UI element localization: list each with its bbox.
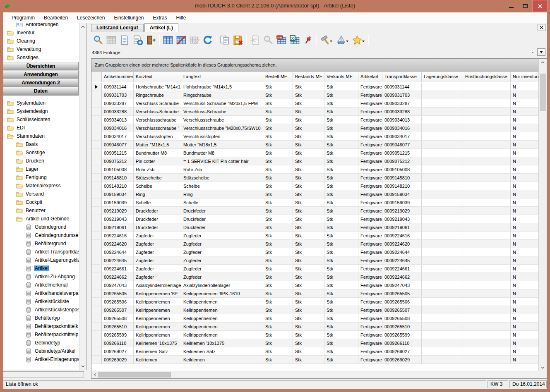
list-dropdown-button[interactable]: [537, 48, 545, 56]
tree-item-materialexpress[interactable]: Materialexpress: [3, 182, 79, 190]
tree-item-stammdaten[interactable]: Stammdaten: [3, 132, 79, 140]
tree-item-artikelstücklistenpos[interactable]: Artikelstücklistenpos: [3, 306, 79, 314]
table-row[interactable]: 009224662ZugfederZugfederStkStkStkFertig…: [91, 273, 538, 281]
tree-item-behälterpackmittelk[interactable]: Behälterpackmittelk: [3, 322, 79, 330]
table-row[interactable]: 009219061DruckfederDruckfederStkStkStkFe…: [91, 223, 538, 232]
favorites-button[interactable]: [351, 34, 363, 46]
tree-item-behältergrund[interactable]: Behältergrund: [3, 239, 79, 248]
table-row[interactable]: 009265599KeilrippenriemenKeilrippenrieme…: [91, 331, 538, 339]
vertical-scrollbar[interactable]: [538, 59, 547, 371]
tree-item-gebindegrundumsetz[interactable]: Gebindegrundumsetz: [3, 231, 79, 239]
grouping-bar[interactable]: Zum Gruppieren einen oder mehrere Spalte…: [91, 59, 538, 72]
table-row[interactable]: 009159039SchelleSchelleStkStkStkFertigwa…: [91, 198, 538, 207]
tree-item-gebindegrund[interactable]: Gebindegrund: [3, 223, 79, 231]
table-row[interactable]: 009075212Pin cotter= 1 SERVICE KIT Pin c…: [91, 157, 538, 165]
tree-item-benutzer[interactable]: Benutzer: [3, 206, 79, 215]
tree-item-basis[interactable]: Basis: [3, 140, 79, 148]
tab-artikel-l[interactable]: Artikel (L): [144, 23, 178, 32]
table-row[interactable]: 009265507KeilrippenriemenKeilrippenrieme…: [91, 306, 538, 314]
tree-item-artikel-zu-abgang[interactable]: Artikel-Zu-Abgang: [3, 272, 79, 281]
tree-item-behälterpackmittelp[interactable]: Behälterpackmittelp: [3, 330, 79, 339]
sidebar-section-übersichten[interactable]: Übersichten: [3, 62, 79, 71]
menu-lesezeichen[interactable]: Lesezeichen: [72, 13, 109, 23]
tree-item-artikelstückliste[interactable]: Artikelstückliste: [3, 297, 79, 306]
tree-item-edi[interactable]: EDI: [3, 124, 79, 132]
table-row[interactable]: 009265510KeilrippenriemenKeilrippenrieme…: [91, 323, 538, 331]
sidebar-section-anwendungen-2[interactable]: Anwendungen 2: [3, 79, 79, 87]
copy-button[interactable]: [219, 34, 231, 46]
sidebar-scrollbar[interactable]: [79, 23, 86, 370]
tab-leitstand-leergut[interactable]: Leitstand Leergut: [91, 24, 144, 32]
column-header-verkaufs-me[interactable]: Verkaufs-ME: [324, 72, 358, 82]
table-row[interactable]: 009034013VerschlussschraubeVerschlusssch…: [91, 116, 538, 124]
table-row[interactable]: 009265506KeilrippenriemenKeilrippenrieme…: [91, 298, 538, 306]
scroll-up-icon[interactable]: [539, 59, 547, 66]
scroll-down-icon[interactable]: [539, 364, 547, 371]
scroll-left-icon[interactable]: [91, 371, 98, 378]
open-entry-button[interactable]: [145, 34, 157, 46]
column-header-bestands-me[interactable]: Bestands-ME: [293, 72, 324, 82]
menu-extras[interactable]: Extras: [149, 13, 172, 23]
tree-item-systemdesign[interactable]: Systemdesign: [3, 107, 79, 115]
table-row[interactable]: 009033288Verschluss-SchraubeVerschluss-S…: [91, 108, 538, 116]
table-row[interactable]: 009269029KeilriemenKeilriemenStkStkStkFe…: [91, 356, 538, 364]
tree-item-gebindetyp-artikel[interactable]: Gebindetyp/Artikel: [3, 347, 79, 355]
sidebar-section-daten[interactable]: Daten: [3, 87, 79, 96]
export-html-button[interactable]: HTML: [275, 34, 288, 46]
tree-item-anforderungen[interactable]: Anforderungen: [3, 23, 79, 29]
column-header-artikelnummer[interactable]: Artikelnummer: [102, 72, 134, 82]
maximize-button[interactable]: [518, 0, 532, 12]
tree-item-artikel[interactable]: Artikel: [3, 264, 79, 272]
column-header-kurztext[interactable]: Kurztext: [134, 72, 181, 82]
table-row[interactable]: 009265508KeilrippenriemenKeilrippenrieme…: [91, 314, 538, 323]
tree-item-artikel-und-gebinde[interactable]: Artikel und Gebinde: [3, 215, 79, 223]
tree-item-clearing[interactable]: Clearing: [3, 37, 79, 45]
table-row[interactable]: 009105008Rohr ZsbRohr ZsbStkStkStkFertig…: [91, 165, 538, 174]
tree-item-cockpit[interactable]: Cockpit: [3, 198, 79, 206]
export-excel-button[interactable]: X: [288, 34, 301, 46]
table-row[interactable]: 009148210ScheibeScheibeStkStkStkFertigwa…: [91, 182, 538, 190]
table-row[interactable]: 009224645ZugfederZugfederStkStkStkFertig…: [91, 256, 538, 265]
table-view-button[interactable]: [162, 34, 174, 46]
menu-einstellungen[interactable]: Einstellungen: [109, 13, 148, 23]
save-delete-button[interactable]: [232, 34, 244, 46]
tree-item-gebindetyp[interactable]: Gebindetyp: [3, 339, 79, 347]
table-delete-button[interactable]: [175, 34, 187, 46]
tree-item-sonstiges[interactable]: Sonstiges: [3, 53, 79, 62]
column-header-nur-inventurre[interactable]: Nur inventurre: [511, 72, 538, 82]
table-row[interactable]: 009145810StützscheibeStützscheibeStkStkS…: [91, 174, 538, 182]
tree-item-artikelmerkmal[interactable]: Artikelmerkmal: [3, 281, 79, 289]
menu-bearbeiten[interactable]: Bearbeiten: [39, 13, 72, 23]
table-row[interactable]: 009224661ZugfederZugfederStkStkStkFertig…: [91, 265, 538, 273]
table-row[interactable]: 009224644ZugfederZugfederStkStkStkFertig…: [91, 248, 538, 256]
search-button[interactable]: [92, 34, 104, 46]
tree-item-lager[interactable]: Lager: [3, 165, 79, 173]
tree-item-artikel-lagerungskla[interactable]: Artikel-Lagerungskla: [3, 256, 79, 264]
table-row[interactable]: 009266110Keilriemen '10x1375Keilriemen '…: [91, 339, 538, 347]
horizontal-scroll-thumb[interactable]: [98, 372, 171, 378]
tree-item-artikel-einlagerungs[interactable]: Artikel-Einlagerungs: [3, 355, 79, 363]
tree-item-inventur[interactable]: Inventur: [3, 29, 79, 37]
table-row[interactable]: 009031703RingschraubeRingschraubeStkStkS…: [91, 91, 538, 99]
table-row[interactable]: 009219043DruckfederDruckfederStkStkStkFe…: [91, 215, 538, 223]
column-header-hostbuchungsklasse[interactable]: Hostbuchungsklasse: [463, 72, 511, 82]
tree-item-fertigung[interactable]: Fertigung: [3, 173, 79, 182]
table-row[interactable]: 009051215Bundmutter M8Bundmutter M8StkSt…: [91, 149, 538, 157]
tree-item-sonstige[interactable]: Sonstige: [3, 148, 79, 157]
menu-programm[interactable]: Programm: [7, 13, 39, 23]
close-list-button[interactable]: [538, 24, 545, 31]
sidebar-section-anwendungen[interactable]: Anwendungen: [3, 70, 79, 79]
menu-hilfe[interactable]: Hilfe: [172, 13, 191, 23]
pin-button[interactable]: [302, 34, 314, 46]
tree-item-verwaltung[interactable]: Verwaltung: [3, 45, 79, 53]
column-header-lagerungsklasse[interactable]: Lagerungsklasse: [422, 72, 463, 82]
tools-button[interactable]: [319, 34, 331, 46]
close-button[interactable]: [532, 0, 548, 12]
refresh-button[interactable]: [202, 34, 214, 46]
column-header-transportklasse[interactable]: Transportklasse: [382, 72, 422, 82]
table-row[interactable]: 009219029DruckfederDruckfederStkStkStkFe…: [91, 207, 538, 215]
table-row[interactable]: 009034016Verschlussschraube 'Verschlusss…: [91, 124, 538, 132]
minimize-button[interactable]: [504, 0, 518, 12]
tree-item-drucken[interactable]: Drucken: [3, 157, 79, 165]
navigation-button[interactable]: [335, 34, 347, 46]
